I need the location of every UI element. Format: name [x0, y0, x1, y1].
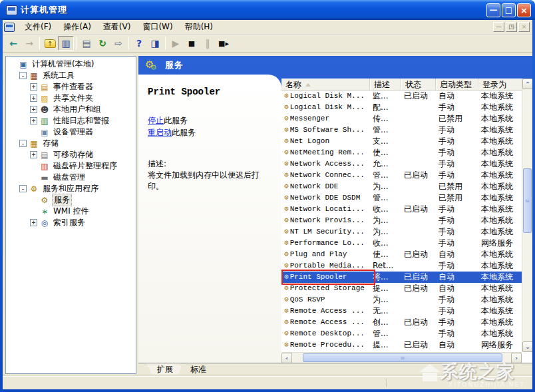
help-button[interactable]: ? — [131, 36, 147, 51]
tree-item-system-tools[interactable]: -▦系统工具 — [6, 70, 136, 81]
service-row[interactable]: ⚙Messenger传...已禁用本地系统 — [281, 113, 522, 124]
expand-icon[interactable]: + — [30, 106, 37, 113]
mdi-close-button[interactable]: × — [518, 22, 530, 32]
service-gear-icon: ⚙ — [284, 192, 289, 204]
expand-icon[interactable]: + — [30, 151, 37, 158]
collapse-icon[interactable]: - — [19, 185, 27, 192]
service-row[interactable]: ⚙MS Software Sh...管...手动本地系统 — [281, 124, 522, 136]
expand-icon[interactable]: + — [30, 83, 37, 91]
service-row[interactable]: ⚙Plug and Play使...已启动自动本地系统 — [281, 249, 522, 260]
tree-item-disk-management[interactable]: ▬磁盘管理 — [6, 172, 136, 183]
scroll-down-button[interactable]: ⌄ — [522, 341, 532, 352]
menu-action[interactable]: 操作(A) — [57, 20, 97, 34]
tab-extended[interactable]: 扩展 — [146, 363, 184, 375]
service-row[interactable]: ⚙Logical Disk M...配...手动本地系统 — [281, 102, 522, 113]
export-list-button[interactable]: ⇨ — [110, 36, 126, 51]
show-console-tree-button[interactable]: ▥ — [58, 36, 74, 51]
collapse-icon[interactable]: - — [19, 140, 27, 147]
refresh-button[interactable]: ↻ — [94, 36, 110, 51]
properties-button[interactable]: ▤ — [79, 36, 94, 51]
mdi-restore-button[interactable]: ◳ — [506, 22, 517, 32]
menu-help[interactable]: 帮助(H) — [179, 20, 219, 34]
service-row[interactable]: ⚙Remote Desktop...管...手动本地系统 — [281, 328, 522, 339]
tree-item-event-viewer[interactable]: +▤事件查看器 — [6, 81, 136, 93]
service-status-cell — [401, 226, 436, 238]
service-row[interactable]: ⚙Network Connec...管...已启动手动本地系统 — [281, 170, 522, 181]
expand-icon[interactable]: + — [30, 219, 37, 226]
tree-item-local-users[interactable]: +☻本地用户和组 — [6, 104, 136, 115]
maximize-button[interactable]: □ — [502, 3, 516, 17]
tree-item-performance-logs[interactable]: +▥性能日志和警报 — [6, 115, 136, 126]
mdi-minimize-button[interactable]: — — [493, 22, 504, 32]
menu-window[interactable]: 窗口(W) — [136, 20, 178, 34]
service-row[interactable]: ⚙NT LM Security...为...手动本地系统 — [281, 226, 522, 238]
service-status-cell: 已启动 — [401, 170, 436, 181]
service-row[interactable]: ⚙NetMeeting Rem...使...手动本地系统 — [281, 147, 522, 158]
service-row[interactable]: ⚙Print Spooler将...已启动自动本地系统 — [281, 272, 522, 283]
service-row[interactable]: ⚙Portable Media...Ret...手动本地系统 — [281, 260, 522, 272]
column-header-4[interactable]: 登录为 — [478, 79, 522, 90]
back-button[interactable]: ← — [5, 36, 21, 51]
service-row[interactable]: ⚙Logical Disk M...监...已启动自动本地系统 — [281, 91, 522, 102]
restart-service-button[interactable]: ■▸ — [216, 36, 232, 51]
close-button[interactable]: × — [517, 3, 531, 17]
tree-item-services[interactable]: ⚙服务 — [6, 194, 136, 206]
column-header-0[interactable]: 名称 — [281, 79, 370, 90]
service-row[interactable]: ⚙Network DDE为...已禁用本地系统 — [281, 181, 522, 192]
pause-service-button[interactable]: ‖ — [200, 36, 216, 51]
service-row[interactable]: ⚙Remote Access ...创...已启动手动本地系统 — [281, 317, 522, 328]
restart-service-link[interactable]: 重启动 — [148, 128, 172, 137]
expand-icon[interactable]: + — [30, 117, 37, 124]
column-header-1[interactable]: 描述 — [370, 79, 401, 90]
tree-item-device-manager[interactable]: ▣设备管理器 — [6, 126, 136, 138]
menu-file[interactable]: 文件(F) — [19, 20, 57, 34]
service-row[interactable]: ⚙Network Locati...收...已启动手动本地系统 — [281, 204, 522, 215]
tree-item-services-apps[interactable]: -⚙服务和应用程序 — [6, 183, 136, 194]
collapse-icon[interactable]: - — [19, 72, 27, 79]
column-header-3[interactable]: 启动类型 — [436, 79, 478, 90]
tree-item-indexing-service[interactable]: +◎索引服务 — [6, 217, 136, 228]
service-name-text: Network Provis... — [290, 215, 365, 226]
tree-item-defragmenter[interactable]: ▥磁盘碎片整理程序 — [6, 160, 136, 172]
service-row[interactable]: ⚙Network DDE DSDM管...已禁用本地系统 — [281, 192, 522, 204]
service-row[interactable]: ⚙QoS RSVP为...手动本地系统 — [281, 294, 522, 305]
extended-view-button[interactable]: ◨ — [147, 36, 163, 51]
service-row[interactable]: ⚙Network Access...允...手动本地系统 — [281, 158, 522, 170]
scroll-up-button[interactable]: ⌃ — [522, 79, 532, 89]
up-one-level-button[interactable]: ↑ — [42, 36, 58, 51]
service-row[interactable]: ⚙Protected Storage提...已启动自动本地系统 — [281, 283, 522, 294]
service-logon-cell: 本地系统 — [478, 272, 522, 283]
tree-item-computer[interactable]: ▣计算机管理(本地) — [6, 59, 136, 70]
expand-icon[interactable]: + — [30, 95, 37, 102]
scroll-right-button[interactable]: › — [511, 353, 522, 363]
tree-item-storage[interactable]: -▦存储 — [6, 138, 136, 149]
tab-standard[interactable]: 标准 — [180, 363, 217, 375]
mdi-child-icon — [4, 23, 15, 32]
vertical-scroll-thumb[interactable] — [523, 168, 532, 233]
stop-service-link[interactable]: 停止 — [148, 116, 164, 125]
service-status-cell — [401, 158, 436, 170]
menu-view[interactable]: 查看(V) — [97, 20, 137, 34]
horizontal-scroll-thumb[interactable] — [303, 353, 502, 362]
titlebar[interactable]: 计算机管理 — □ × — [0, 0, 535, 20]
tree-item-shared-folders[interactable]: +▨共享文件夹 — [6, 93, 136, 104]
forward-button[interactable]: → — [21, 36, 37, 51]
service-row[interactable]: ⚙Network Provis...为...手动本地系统 — [281, 215, 522, 226]
service-row[interactable]: ⚙Remote Procedu...提...已启动自动网络服务 — [281, 339, 522, 351]
start-service-button[interactable]: ▶ — [168, 36, 184, 51]
service-row[interactable]: ⚙Performance Lo...收...手动网络服务 — [281, 238, 522, 249]
horizontal-scrollbar[interactable]: ‹ › — [281, 352, 522, 363]
service-row[interactable]: ⚙Net Logon支...手动本地系统 — [281, 136, 522, 147]
minimize-button[interactable]: — — [486, 3, 500, 17]
tree-item-wmi-control[interactable]: ∗WMI 控件 — [6, 206, 136, 217]
scroll-left-button[interactable]: ‹ — [281, 353, 292, 363]
console-tree[interactable]: ▣计算机管理(本地)-▦系统工具+▤事件查看器+▨共享文件夹+☻本地用户和组+▥… — [5, 56, 136, 374]
service-status-cell — [401, 238, 436, 249]
tree-item-label: 服务 — [52, 194, 72, 206]
restart-service-suffix: 此服务 — [172, 128, 196, 137]
column-header-2[interactable]: 状态 — [401, 79, 436, 90]
service-row[interactable]: ⚙Remote Access ...无...手动本地系统 — [281, 305, 522, 317]
tree-item-removable-storage[interactable]: +▤可移动存储 — [6, 149, 136, 160]
stop-service-button[interactable]: ■ — [184, 36, 200, 51]
vertical-scrollbar[interactable]: ⌃ ⌄ — [522, 79, 532, 352]
